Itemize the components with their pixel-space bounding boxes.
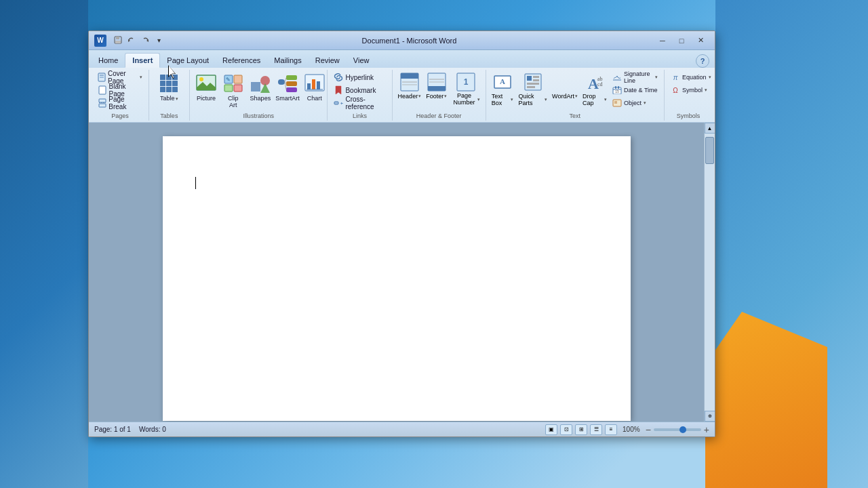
view-outline[interactable]: ☰: [590, 424, 602, 435]
page-break-icon: [98, 98, 106, 108]
svg-rect-38: [401, 73, 418, 79]
svg-rect-63: [618, 86, 619, 89]
scroll-expand-1[interactable]: ⊕: [705, 411, 715, 422]
document-area: ▲ ⊕ ▾ ▼: [89, 123, 715, 422]
symbols-buttons: π Equation ▾ Ω Symbol ▾: [669, 71, 708, 111]
svg-rect-16: [234, 75, 242, 83]
svg-rect-42: [428, 86, 446, 91]
svg-rect-51: [533, 76, 539, 78]
text-buttons: A Text Box ▾ Quick Parts ▾: [490, 71, 660, 111]
table-button[interactable]: Table ▾: [155, 71, 182, 104]
svg-rect-8: [99, 86, 106, 94]
tab-review[interactable]: Review: [309, 53, 347, 68]
svg-rect-2: [115, 41, 121, 43]
svg-rect-33: [317, 81, 320, 89]
zoom-slider[interactable]: [654, 428, 701, 431]
signature-line-icon: [612, 73, 622, 82]
ribbon-group-tables: Table ▾ Tables: [149, 70, 190, 121]
equation-button[interactable]: π Equation ▾: [669, 71, 713, 83]
save-quick-btn[interactable]: [112, 35, 124, 47]
sig-dropdown-arrow: ▾: [655, 75, 658, 80]
tab-references[interactable]: References: [216, 53, 267, 68]
word-app-icon: W: [94, 35, 106, 47]
hyperlink-button[interactable]: Hyperlink: [332, 71, 376, 83]
tab-view[interactable]: View: [347, 53, 376, 68]
symbol-icon: Ω: [671, 85, 680, 95]
zoom-out-button[interactable]: −: [646, 425, 651, 434]
svg-rect-9: [99, 99, 106, 102]
clip-art-button[interactable]: ✎ Clip Art: [221, 71, 245, 110]
picture-button[interactable]: Picture: [194, 71, 218, 104]
tab-home[interactable]: Home: [92, 53, 125, 68]
chart-button[interactable]: Chart: [302, 71, 327, 104]
desktop: W ▾ Document1 - Microsoft Word: [0, 0, 868, 488]
document-page[interactable]: [163, 136, 631, 421]
signature-line-button[interactable]: Signature Line ▾: [610, 71, 660, 83]
header-dropdown-arrow: ▾: [418, 94, 421, 99]
svg-text:1: 1: [464, 77, 469, 87]
object-icon: [612, 98, 622, 108]
vertical-scrollbar[interactable]: ▲ ⊕ ▾ ▼: [704, 123, 715, 422]
redo-quick-btn[interactable]: [139, 35, 151, 47]
cross-reference-button[interactable]: ↩ Cross-reference: [332, 97, 387, 109]
undo-quick-btn[interactable]: [125, 35, 138, 47]
text-box-button[interactable]: A Text Box ▾: [490, 71, 515, 108]
tab-page-layout[interactable]: Page Layout: [160, 53, 216, 68]
wordart-button[interactable]: A WordArt ▾: [551, 71, 579, 101]
view-draft[interactable]: ≡: [605, 424, 617, 435]
page-number-button[interactable]: 1 Page Number ▾: [450, 71, 481, 108]
pages-group-label: Pages: [96, 111, 144, 119]
object-button[interactable]: Object ▾: [610, 97, 660, 109]
tab-mailings[interactable]: Mailings: [267, 53, 308, 68]
status-left: Page: 1 of 1 Words: 0: [94, 426, 166, 433]
tab-insert[interactable]: Insert: [125, 53, 160, 68]
svg-rect-17: [224, 85, 233, 92]
view-print-layout[interactable]: ▣: [545, 424, 557, 435]
page-info: Page: 1 of 1: [94, 426, 131, 433]
blank-page-button[interactable]: Blank Page: [96, 84, 144, 96]
window-controls: ─ □ ✕: [654, 35, 709, 47]
drop-cap-button[interactable]: Aabcd Drop Cap ▾: [581, 71, 608, 108]
maximize-button[interactable]: □: [673, 35, 690, 47]
svg-text:✎: ✎: [225, 77, 230, 83]
hyperlink-icon: [334, 73, 343, 82]
status-right: ▣ ⊡ ⊞ ☰ ≡ 100% − +: [545, 424, 709, 435]
view-full-screen[interactable]: ⊡: [560, 424, 572, 435]
footer-button[interactable]: Footer ▾: [425, 71, 448, 101]
picture-icon: [195, 73, 217, 94]
svg-text:π: π: [673, 74, 678, 81]
header-button[interactable]: Header ▾: [397, 71, 423, 101]
quick-parts-button[interactable]: Quick Parts ▾: [517, 71, 549, 108]
date-time-button[interactable]: 15 Date & Time: [610, 84, 660, 96]
wordart-dropdown-arrow: ▾: [575, 94, 578, 99]
table-icon: [158, 73, 180, 94]
cover-page-button[interactable]: Cover Page ▾: [96, 71, 144, 83]
quick-access-dropdown[interactable]: ▾: [153, 35, 165, 47]
bookmark-button[interactable]: Bookmark: [332, 84, 378, 96]
help-button[interactable]: ?: [696, 54, 709, 68]
close-button[interactable]: ✕: [692, 35, 709, 47]
scroll-track: [705, 134, 715, 411]
text-group-label: Text: [490, 111, 660, 119]
svg-rect-53: [527, 83, 539, 85]
svg-text:cd: cd: [597, 81, 603, 87]
symbol-button[interactable]: Ω Symbol ▾: [669, 84, 709, 96]
date-time-icon: 15: [612, 85, 622, 95]
equation-icon: π: [671, 73, 680, 82]
smartart-button[interactable]: SmartArt: [275, 71, 300, 104]
document-scroll-area[interactable]: [89, 123, 704, 422]
svg-rect-18: [234, 85, 242, 92]
view-web[interactable]: ⊞: [575, 424, 587, 435]
quick-access-toolbar: ▾: [112, 35, 165, 47]
svg-rect-23: [278, 79, 285, 85]
symbol-dropdown-arrow: ▾: [705, 87, 707, 93]
zoom-slider-thumb[interactable]: [679, 426, 686, 433]
scroll-thumb[interactable]: [705, 137, 714, 164]
minimize-button[interactable]: ─: [654, 35, 671, 47]
svg-rect-26: [286, 87, 297, 92]
scroll-up-button[interactable]: ▲: [705, 123, 715, 134]
page-break-button[interactable]: Page Break: [96, 97, 144, 109]
quick-parts-dropdown-arrow: ▾: [545, 97, 547, 102]
zoom-in-button[interactable]: +: [704, 425, 709, 434]
shapes-button[interactable]: Shapes: [248, 71, 273, 104]
